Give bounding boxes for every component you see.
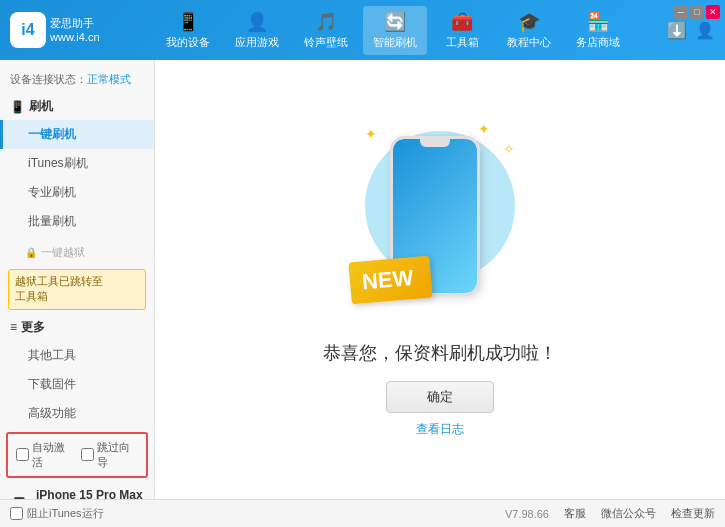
header: i4 爱思助手 www.i4.cn 📱 我的设备 👤 应用游戏 🎵 铃声壁纸 🔄 [0,0,725,60]
footer-right: V7.98.66 客服 微信公众号 检查更新 [505,506,715,521]
sidebar-item-batch-flash[interactable]: 批量刷机 [0,207,154,236]
jailbreak-section: 🔒 一键越狱 越狱工具已跳转至工具箱 [0,240,154,310]
logo-icon: i4 [10,12,46,48]
sidebar-item-other-tools[interactable]: 其他工具 [0,341,154,370]
sparkle-icon-1: ✦ [365,126,377,142]
sidebar-item-download-fw[interactable]: 下载固件 [0,370,154,399]
sidebar: 设备连接状态：正常模式 📱 刷机 一键刷机 iTunes刷机 专业刷机 批量刷机… [0,60,155,499]
ringtones-icon: 🎵 [315,11,337,33]
itunes-checkbox-input[interactable] [10,507,23,520]
success-illustration: ✦ ✦ ✧ NEW [360,121,520,321]
new-banner: NEW [348,256,433,305]
skip-tutorial-checkbox[interactable]: 跳过向导 [81,440,138,470]
footer-left: 阻止iTunes运行 [10,506,104,521]
tutorials-icon: 🎓 [518,11,540,33]
logo-text: 爱思助手 www.i4.cn [50,16,100,45]
phone-container: ✦ ✦ ✧ NEW [360,121,520,321]
device-phone-icon: 📱 [8,496,30,499]
my-device-icon: 📱 [177,11,199,33]
view-log-link[interactable]: 查看日志 [416,421,464,438]
jailbreak-section-header: 🔒 一键越狱 [0,240,154,265]
download-icon[interactable]: ⬇️ [667,21,687,40]
customer-service-link[interactable]: 客服 [564,506,586,521]
nav-bar: 📱 我的设备 👤 应用游戏 🎵 铃声壁纸 🔄 智能刷机 🧰 工具箱 🎓 [120,6,667,55]
nav-my-device[interactable]: 📱 我的设备 [156,6,220,55]
main-content: ✦ ✦ ✧ NEW 恭喜您，保资料刷机成功啦！ 确定 查看日志 [155,60,725,499]
checkbox-area: 自动激活 跳过向导 [6,432,148,478]
nav-ringtones[interactable]: 🎵 铃声壁纸 [294,6,358,55]
lock-icon: 🔒 [25,247,37,258]
device-name: iPhone 15 Pro Max [36,488,143,499]
flash-section: 📱 刷机 一键刷机 iTunes刷机 专业刷机 批量刷机 [0,93,154,236]
maximize-button[interactable]: □ [690,5,704,19]
nav-app-games[interactable]: 👤 应用游戏 [225,6,289,55]
nav-tutorials[interactable]: 🎓 教程中心 [497,6,561,55]
close-button[interactable]: ✕ [706,5,720,19]
minimize-button[interactable]: ─ [674,5,688,19]
phone-notch [420,139,450,147]
user-icon[interactable]: 👤 [695,21,715,40]
smart-flash-icon: 🔄 [384,11,406,33]
wechat-link[interactable]: 微信公众号 [601,506,656,521]
header-right: ⬇️ 👤 [667,21,715,40]
nav-smart-flash[interactable]: 🔄 智能刷机 [363,6,427,55]
nav-toolbox[interactable]: 🧰 工具箱 [432,6,492,55]
toolbox-icon: 🧰 [451,11,473,33]
sidebar-item-itunes-flash[interactable]: iTunes刷机 [0,149,154,178]
more-section-header: ≡ 更多 [0,314,154,341]
sparkle-icon-3: ✧ [503,141,515,157]
sidebar-item-advanced[interactable]: 高级功能 [0,399,154,428]
auto-activate-input[interactable] [16,448,29,461]
check-update-link[interactable]: 检查更新 [671,506,715,521]
nav-service[interactable]: 🏪 务店商域 [566,6,630,55]
skip-tutorial-input[interactable] [81,448,94,461]
success-message: 恭喜您，保资料刷机成功啦！ [323,341,557,365]
sparkle-icon-2: ✦ [478,121,490,137]
app-games-icon: 👤 [246,11,268,33]
device-status: 设备连接状态：正常模式 [0,68,154,93]
more-header-icon: ≡ [10,320,17,334]
itunes-checkbox[interactable]: 阻止iTunes运行 [10,506,104,521]
auto-activate-checkbox[interactable]: 自动激活 [16,440,73,470]
more-section: ≡ 更多 其他工具 下载固件 高级功能 [0,314,154,428]
service-icon: 🏪 [587,11,609,33]
version-label: V7.98.66 [505,508,549,520]
device-info: 📱 iPhone 15 Pro Max 512GB iPhone [0,482,154,499]
sidebar-item-pro-flash[interactable]: 专业刷机 [0,178,154,207]
footer: 阻止iTunes运行 V7.98.66 客服 微信公众号 检查更新 [0,499,725,527]
logo: i4 爱思助手 www.i4.cn [10,12,100,48]
jailbreak-notice: 越狱工具已跳转至工具箱 [8,269,146,310]
confirm-button[interactable]: 确定 [386,381,494,413]
sidebar-item-onekey-flash[interactable]: 一键刷机 [0,120,154,149]
flash-section-header: 📱 刷机 [0,93,154,120]
flash-header-icon: 📱 [10,100,25,114]
device-details: iPhone 15 Pro Max 512GB iPhone [36,488,143,499]
content-area: 设备连接状态：正常模式 📱 刷机 一键刷机 iTunes刷机 专业刷机 批量刷机… [0,60,725,499]
